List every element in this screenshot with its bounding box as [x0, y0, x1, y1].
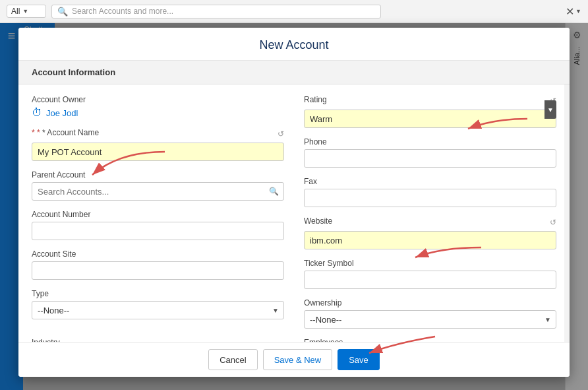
- ownership-label: Ownership: [304, 298, 556, 308]
- search-placeholder: Search Accounts and more...: [72, 7, 173, 16]
- rating-label: Rating: [304, 95, 327, 104]
- section-header: Account Information: [18, 61, 570, 84]
- ownership-select[interactable]: --None--: [304, 310, 556, 329]
- all-label: All: [11, 7, 20, 16]
- account-owner-label: Account Owner: [32, 95, 284, 104]
- owner-row: ⏱ Joe Jodl: [32, 107, 284, 119]
- parent-account-field: Parent Account 🔍: [32, 170, 284, 201]
- required-star: *: [37, 128, 40, 137]
- top-bar-close-area: ✕ ▼: [566, 5, 581, 18]
- account-site-field: Account Site: [32, 249, 284, 280]
- fax-label: Fax: [304, 177, 556, 186]
- type-select[interactable]: --None--: [32, 301, 284, 319]
- ownership-select-wrapper: --None-- ▼: [304, 310, 556, 329]
- account-name-input[interactable]: [32, 143, 284, 161]
- account-site-input[interactable]: [32, 261, 284, 280]
- parent-account-label: Parent Account: [32, 170, 284, 179]
- right-column: Rating ↺ Warm Hot Cold ▼: [304, 95, 556, 338]
- modal-footer: Cancel Save & New Save: [18, 342, 570, 377]
- type-field: Type --None-- ▼: [32, 289, 284, 319]
- account-name-revert-icon[interactable]: ↺: [278, 129, 284, 139]
- type-label: Type: [32, 289, 284, 298]
- account-owner-field: Account Owner ⏱ Joe Jodl: [32, 95, 284, 119]
- save-new-button[interactable]: Save & New: [263, 349, 333, 370]
- form-grid: Account Owner ⏱ Joe Jodl * * Account Nam…: [32, 95, 556, 338]
- website-revert-icon[interactable]: ↺: [550, 218, 556, 227]
- fax-field: Fax: [304, 177, 556, 207]
- phone-field: Phone: [304, 137, 556, 168]
- parent-account-input[interactable]: [32, 182, 284, 201]
- rating-field: Rating ↺ Warm Hot Cold ▼: [304, 95, 556, 128]
- rating-revert-icon[interactable]: ↺: [550, 96, 556, 106]
- form-content: Account Owner ⏱ Joe Jodl * * Account Nam…: [18, 84, 570, 342]
- global-search[interactable]: 🔍 Search Accounts and more...: [51, 5, 381, 18]
- fax-input[interactable]: [304, 189, 556, 207]
- left-column: Account Owner ⏱ Joe Jodl * * Account Nam…: [32, 95, 284, 338]
- modal-header: New Account: [18, 28, 570, 61]
- ticker-symbol-input[interactable]: [304, 271, 556, 289]
- owner-name[interactable]: Joe Jodl: [46, 108, 78, 118]
- search-icon: 🔍: [57, 7, 68, 16]
- type-select-wrapper: --None-- ▼: [32, 301, 284, 319]
- account-number-label: Account Number: [32, 210, 284, 219]
- new-account-modal: New Account Account Information Account …: [18, 28, 570, 377]
- modal-title: New Account: [32, 38, 556, 52]
- account-name-label: * * Account Name: [32, 128, 99, 137]
- website-label: Website: [304, 216, 332, 226]
- phone-input[interactable]: [304, 149, 556, 168]
- save-button[interactable]: Save: [338, 349, 380, 370]
- parent-search-icon[interactable]: 🔍: [269, 187, 279, 196]
- parent-account-wrapper: 🔍: [32, 182, 284, 201]
- account-number-input[interactable]: [32, 222, 284, 240]
- close-x-icon[interactable]: ✕: [566, 5, 574, 18]
- section-title: Account Information: [32, 67, 115, 77]
- account-site-label: Account Site: [32, 249, 284, 259]
- owner-icon: ⏱: [32, 107, 42, 119]
- website-input[interactable]: [304, 231, 556, 249]
- rating-select[interactable]: Warm Hot Cold: [304, 110, 556, 128]
- rating-select-wrapper: Warm Hot Cold ▼: [304, 110, 556, 128]
- all-dropdown-icon[interactable]: ▼: [22, 8, 28, 15]
- ticker-symbol-label: Ticker Symbol: [304, 259, 556, 268]
- account-number-field: Account Number: [32, 210, 284, 240]
- ownership-field: Ownership --None-- ▼: [304, 298, 556, 329]
- cancel-button[interactable]: Cancel: [208, 349, 257, 370]
- account-name-field: * * Account Name ↺: [32, 128, 284, 161]
- website-field: Website ↺: [304, 216, 556, 249]
- top-bar: All ▼ 🔍 Search Accounts and more... ✕ ▼: [0, 0, 588, 23]
- modal-body: Account Information Account Owner ⏱ Joe …: [18, 61, 570, 342]
- ticker-symbol-field: Ticker Symbol: [304, 259, 556, 289]
- phone-label: Phone: [304, 137, 556, 146]
- close-dropdown-icon[interactable]: ▼: [575, 8, 581, 15]
